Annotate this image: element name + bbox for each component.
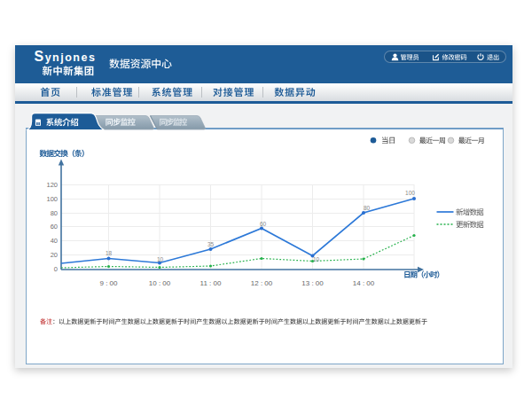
svg-text:10: 10 bbox=[313, 256, 320, 262]
svg-text:18: 18 bbox=[106, 250, 113, 256]
svg-text:13 : 00: 13 : 00 bbox=[301, 279, 324, 287]
svg-text:10: 10 bbox=[157, 256, 164, 262]
svg-text:60: 60 bbox=[260, 221, 267, 227]
svg-text:40: 40 bbox=[51, 237, 58, 245]
svg-text:35: 35 bbox=[207, 241, 215, 247]
svg-text:11 : 00: 11 : 00 bbox=[200, 279, 222, 287]
svg-text:10 : 00: 10 : 00 bbox=[149, 279, 171, 287]
svg-text:20: 20 bbox=[51, 251, 58, 259]
svg-text:12 : 00: 12 : 00 bbox=[251, 279, 273, 287]
svg-text:0: 0 bbox=[54, 265, 58, 273]
svg-text:9 : 00: 9 : 00 bbox=[99, 279, 118, 287]
svg-text:100: 100 bbox=[405, 190, 415, 196]
svg-text:80: 80 bbox=[364, 205, 371, 211]
svg-text:60: 60 bbox=[51, 223, 58, 231]
svg-text:100: 100 bbox=[46, 195, 58, 203]
svg-text:120: 120 bbox=[46, 181, 58, 189]
svg-text:80: 80 bbox=[51, 209, 58, 217]
svg-text:14 : 00: 14 : 00 bbox=[353, 279, 375, 287]
